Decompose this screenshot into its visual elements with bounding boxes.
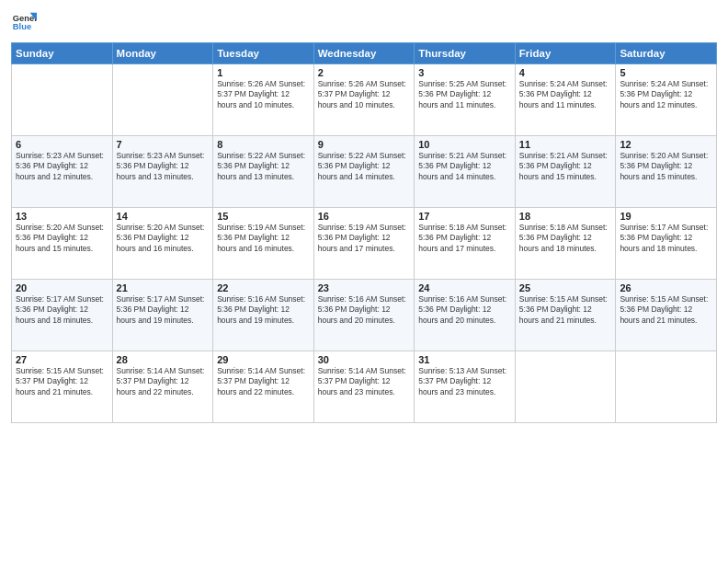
day-info: Sunrise: 5:21 AM Sunset: 5:36 PM Dayligh…	[519, 151, 612, 182]
day-info: Sunrise: 5:17 AM Sunset: 5:36 PM Dayligh…	[16, 294, 108, 326]
calendar-cell: 17Sunrise: 5:18 AM Sunset: 5:36 PM Dayli…	[415, 208, 516, 280]
day-info: Sunrise: 5:23 AM Sunset: 5:36 PM Dayligh…	[16, 151, 108, 182]
day-number: 28	[117, 354, 210, 365]
day-number: 3	[418, 67, 511, 78]
day-info: Sunrise: 5:15 AM Sunset: 5:37 PM Dayligh…	[16, 366, 108, 397]
day-info: Sunrise: 5:23 AM Sunset: 5:36 PM Dayligh…	[117, 151, 210, 182]
calendar-cell: 15Sunrise: 5:19 AM Sunset: 5:36 PM Dayli…	[213, 208, 314, 280]
week-row-3: 13Sunrise: 5:20 AM Sunset: 5:36 PM Dayli…	[12, 208, 717, 280]
day-number: 1	[217, 67, 310, 78]
day-number: 20	[16, 282, 108, 293]
day-number: 29	[217, 354, 310, 365]
calendar-cell: 14Sunrise: 5:20 AM Sunset: 5:36 PM Dayli…	[112, 208, 213, 280]
calendar-cell: 20Sunrise: 5:17 AM Sunset: 5:36 PM Dayli…	[12, 280, 113, 351]
day-number: 13	[16, 211, 108, 222]
day-info: Sunrise: 5:18 AM Sunset: 5:36 PM Dayligh…	[418, 223, 511, 254]
calendar-cell: 8Sunrise: 5:22 AM Sunset: 5:36 PM Daylig…	[213, 136, 314, 208]
calendar-cell: 18Sunrise: 5:18 AM Sunset: 5:36 PM Dayli…	[515, 208, 616, 280]
day-number: 7	[117, 139, 210, 150]
week-row-2: 6Sunrise: 5:23 AM Sunset: 5:36 PM Daylig…	[12, 136, 717, 208]
calendar-cell: 29Sunrise: 5:14 AM Sunset: 5:37 PM Dayli…	[213, 351, 314, 423]
day-number: 25	[519, 282, 612, 293]
calendar-cell: 2Sunrise: 5:26 AM Sunset: 5:37 PM Daylig…	[313, 64, 415, 136]
calendar-cell: 13Sunrise: 5:20 AM Sunset: 5:36 PM Dayli…	[12, 208, 113, 280]
calendar-cell: 4Sunrise: 5:24 AM Sunset: 5:36 PM Daylig…	[515, 64, 616, 136]
day-info: Sunrise: 5:19 AM Sunset: 5:36 PM Dayligh…	[318, 223, 411, 254]
calendar-cell	[12, 64, 113, 136]
page-header: General Blue	[11, 9, 717, 35]
day-number: 24	[418, 282, 511, 293]
day-number: 22	[217, 282, 310, 293]
calendar-cell: 24Sunrise: 5:16 AM Sunset: 5:36 PM Dayli…	[415, 280, 516, 351]
calendar-cell	[112, 64, 213, 136]
day-info: Sunrise: 5:22 AM Sunset: 5:36 PM Dayligh…	[318, 151, 411, 182]
calendar-cell: 10Sunrise: 5:21 AM Sunset: 5:36 PM Dayli…	[415, 136, 516, 208]
calendar-cell: 1Sunrise: 5:26 AM Sunset: 5:37 PM Daylig…	[213, 64, 314, 136]
calendar-cell: 26Sunrise: 5:15 AM Sunset: 5:36 PM Dayli…	[616, 280, 717, 351]
day-number: 5	[620, 67, 712, 78]
day-info: Sunrise: 5:17 AM Sunset: 5:36 PM Dayligh…	[620, 223, 712, 254]
week-row-5: 27Sunrise: 5:15 AM Sunset: 5:37 PM Dayli…	[12, 351, 717, 423]
calendar-table: SundayMondayTuesdayWednesdayThursdayFrid…	[11, 42, 717, 423]
day-number: 21	[117, 282, 210, 293]
calendar-cell: 6Sunrise: 5:23 AM Sunset: 5:36 PM Daylig…	[12, 136, 113, 208]
day-number: 31	[418, 354, 511, 365]
week-row-4: 20Sunrise: 5:17 AM Sunset: 5:36 PM Dayli…	[12, 280, 717, 351]
day-info: Sunrise: 5:26 AM Sunset: 5:37 PM Dayligh…	[217, 79, 310, 110]
day-number: 2	[318, 67, 411, 78]
col-header-wednesday: Wednesday	[313, 43, 415, 64]
day-info: Sunrise: 5:20 AM Sunset: 5:36 PM Dayligh…	[117, 223, 210, 254]
calendar-cell: 23Sunrise: 5:16 AM Sunset: 5:36 PM Dayli…	[313, 280, 415, 351]
day-number: 23	[318, 282, 411, 293]
day-info: Sunrise: 5:13 AM Sunset: 5:37 PM Dayligh…	[418, 366, 511, 397]
day-number: 8	[217, 139, 310, 150]
day-number: 30	[318, 354, 411, 365]
calendar-cell: 12Sunrise: 5:20 AM Sunset: 5:36 PM Dayli…	[616, 136, 717, 208]
calendar-cell	[515, 351, 616, 423]
calendar-cell: 31Sunrise: 5:13 AM Sunset: 5:37 PM Dayli…	[415, 351, 516, 423]
svg-text:Blue: Blue	[13, 22, 31, 31]
day-info: Sunrise: 5:15 AM Sunset: 5:36 PM Dayligh…	[620, 294, 712, 326]
day-info: Sunrise: 5:21 AM Sunset: 5:36 PM Dayligh…	[418, 151, 511, 182]
day-info: Sunrise: 5:20 AM Sunset: 5:36 PM Dayligh…	[16, 223, 108, 254]
col-header-sunday: Sunday	[12, 43, 113, 64]
day-number: 9	[318, 139, 411, 150]
calendar-cell: 9Sunrise: 5:22 AM Sunset: 5:36 PM Daylig…	[313, 136, 415, 208]
calendar-cell: 28Sunrise: 5:14 AM Sunset: 5:37 PM Dayli…	[112, 351, 213, 423]
calendar-cell: 7Sunrise: 5:23 AM Sunset: 5:36 PM Daylig…	[112, 136, 213, 208]
day-number: 11	[519, 139, 612, 150]
day-info: Sunrise: 5:18 AM Sunset: 5:36 PM Dayligh…	[519, 223, 612, 254]
day-number: 17	[418, 211, 511, 222]
calendar-cell: 27Sunrise: 5:15 AM Sunset: 5:37 PM Dayli…	[12, 351, 113, 423]
logo-icon: General Blue	[11, 9, 37, 35]
day-info: Sunrise: 5:22 AM Sunset: 5:36 PM Dayligh…	[217, 151, 310, 182]
day-number: 4	[519, 67, 612, 78]
day-number: 26	[620, 282, 712, 293]
day-number: 6	[16, 139, 108, 150]
day-number: 12	[620, 139, 712, 150]
day-info: Sunrise: 5:16 AM Sunset: 5:36 PM Dayligh…	[217, 294, 310, 326]
day-number: 19	[620, 211, 712, 222]
day-info: Sunrise: 5:19 AM Sunset: 5:36 PM Dayligh…	[217, 223, 310, 254]
week-row-1: 1Sunrise: 5:26 AM Sunset: 5:37 PM Daylig…	[12, 64, 717, 136]
day-info: Sunrise: 5:24 AM Sunset: 5:36 PM Dayligh…	[519, 79, 612, 110]
calendar-cell: 30Sunrise: 5:14 AM Sunset: 5:37 PM Dayli…	[313, 351, 415, 423]
day-info: Sunrise: 5:16 AM Sunset: 5:36 PM Dayligh…	[318, 294, 411, 326]
day-number: 14	[117, 211, 210, 222]
calendar-cell: 25Sunrise: 5:15 AM Sunset: 5:36 PM Dayli…	[515, 280, 616, 351]
day-info: Sunrise: 5:15 AM Sunset: 5:36 PM Dayligh…	[519, 294, 612, 326]
day-info: Sunrise: 5:26 AM Sunset: 5:37 PM Dayligh…	[318, 79, 411, 110]
day-info: Sunrise: 5:17 AM Sunset: 5:36 PM Dayligh…	[117, 294, 210, 326]
calendar-cell: 22Sunrise: 5:16 AM Sunset: 5:36 PM Dayli…	[213, 280, 314, 351]
col-header-saturday: Saturday	[616, 43, 717, 64]
day-number: 18	[519, 211, 612, 222]
day-info: Sunrise: 5:14 AM Sunset: 5:37 PM Dayligh…	[217, 366, 310, 397]
col-header-friday: Friday	[515, 43, 616, 64]
calendar-cell: 5Sunrise: 5:24 AM Sunset: 5:36 PM Daylig…	[616, 64, 717, 136]
day-number: 27	[16, 354, 108, 365]
day-info: Sunrise: 5:16 AM Sunset: 5:36 PM Dayligh…	[418, 294, 511, 326]
day-info: Sunrise: 5:25 AM Sunset: 5:36 PM Dayligh…	[418, 79, 511, 110]
day-info: Sunrise: 5:24 AM Sunset: 5:36 PM Dayligh…	[620, 79, 712, 110]
day-info: Sunrise: 5:14 AM Sunset: 5:37 PM Dayligh…	[318, 366, 411, 397]
logo: General Blue	[11, 9, 37, 35]
